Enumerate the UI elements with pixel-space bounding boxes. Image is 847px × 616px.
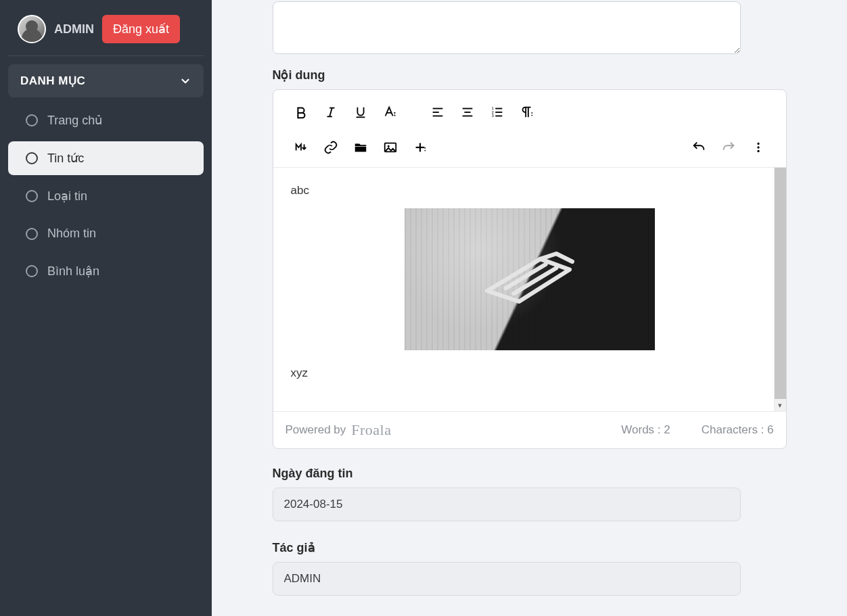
sidebar-item-label: Tin tức [47,151,84,166]
svg-text:3: 3 [491,114,493,118]
insert-image-button[interactable] [377,135,403,160]
sidebar: ADMIN Đăng xuất DANH MỤC Trang chủ Tin t… [0,0,212,616]
insert-more-button[interactable] [407,135,433,160]
file-manager-button[interactable] [348,135,373,160]
undo-button[interactable] [686,135,712,160]
main-content: Nội dung 123 [212,0,847,616]
sidebar-header: ADMIN Đăng xuất [8,12,204,56]
sidebar-item-label: Nhóm tin [47,227,96,241]
nav-section-danh-muc[interactable]: DANH MỤC [8,64,204,97]
paragraph-format-button[interactable] [514,99,540,125]
sidebar-item-loaitin[interactable]: Loại tin [8,179,204,213]
svg-point-28 [757,150,759,152]
svg-point-19 [531,112,532,114]
author-label: Tác giả [273,540,787,555]
embedded-image[interactable] [405,208,655,350]
sidebar-item-trangchu[interactable]: Trang chủ [8,103,204,137]
bold-button[interactable] [288,99,314,125]
align-center-button[interactable] [455,99,480,125]
editor-text: xyz [291,366,769,380]
sidebar-item-label: Trang chủ [47,113,102,128]
svg-point-21 [387,145,389,147]
rich-text-editor: 123 abc [273,89,787,449]
avatar[interactable] [18,15,46,43]
sidebar-item-label: Loại tin [47,189,87,204]
svg-line-2 [329,108,332,117]
editor-scrollbar[interactable]: ▾ [774,168,786,411]
sidebar-item-tintuc[interactable]: Tin tức [8,141,204,175]
sidebar-item-nhomtin[interactable]: Nhóm tin [8,217,204,250]
italic-button[interactable] [318,99,344,125]
link-button[interactable] [318,135,344,160]
circle-icon [26,114,38,126]
svg-point-5 [394,112,395,114]
editor-toolbar-row1: 123 [273,90,786,125]
redo-button[interactable] [716,135,741,160]
word-count: Words : 2 [621,423,670,437]
author-input[interactable] [273,562,741,596]
powered-by[interactable]: Powered by Froala [285,421,392,439]
circle-icon [26,152,38,164]
sidebar-item-label: Bình luận [47,264,99,279]
nav-section-title: DANH MỤC [20,74,85,88]
more-options-button[interactable] [746,135,771,160]
svg-point-18 [531,115,532,116]
svg-point-25 [424,147,426,149]
editor-toolbar-row2 [273,125,786,168]
underline-button[interactable] [348,99,373,125]
editor-content-area[interactable]: abc xyz [273,168,786,411]
content-label: Nội dung [273,68,787,82]
summary-textarea[interactable] [273,1,741,54]
circle-icon [26,228,38,240]
date-label: Ngày đăng tin [273,467,787,481]
editor-text: abc [291,184,769,197]
chevron-down-icon [179,75,191,87]
svg-point-24 [424,150,426,151]
sidebar-item-binhluan[interactable]: Bình luận [8,254,204,288]
editor-body-wrap: abc xyz ▾ [273,168,786,412]
svg-point-27 [757,146,759,148]
editor-footer: Powered by Froala Words : 2 Characters :… [273,412,786,448]
user-label: ADMIN [54,22,94,37]
circle-icon [26,265,38,277]
ordered-list-button[interactable]: 123 [484,99,510,125]
circle-icon [26,190,38,202]
svg-point-4 [394,114,395,116]
markdown-button[interactable] [288,135,314,160]
char-count: Characters : 6 [702,423,774,437]
svg-point-26 [757,143,759,145]
rog-logo-icon [476,241,584,318]
logout-button[interactable]: Đăng xuất [102,15,180,43]
font-style-button[interactable] [377,99,403,125]
scroll-down-icon: ▾ [775,399,786,411]
date-input[interactable] [273,488,741,521]
powered-by-label: Powered by [285,423,346,437]
brand-name: Froala [351,421,391,439]
align-left-button[interactable] [425,99,451,125]
